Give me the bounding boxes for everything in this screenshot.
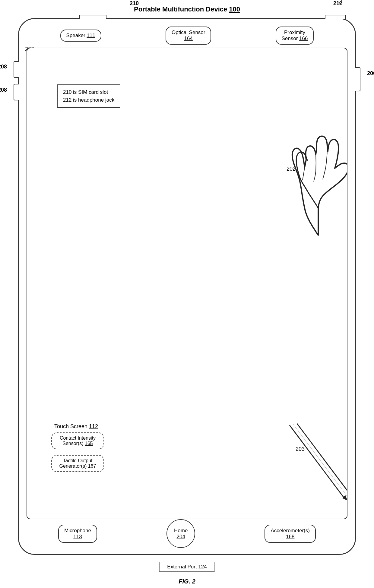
title-text: Portable Multifunction Device bbox=[134, 5, 229, 13]
side-button-left-bottom bbox=[14, 84, 19, 100]
side-button-left-top bbox=[14, 61, 19, 78]
page-container: Portable Multifunction Device 100 208 20… bbox=[0, 0, 374, 588]
hand-illustration bbox=[258, 130, 347, 238]
accelerometer-label: Accelerometer(s)168 bbox=[271, 528, 309, 539]
external-port-box: External Port 124 bbox=[159, 562, 214, 572]
contact-intensity-box: Contact IntensitySensor(s) 165 bbox=[51, 432, 104, 449]
main-title: Portable Multifunction Device 100 bbox=[134, 5, 240, 13]
tactile-output-ref: 167 bbox=[88, 463, 96, 469]
external-port-ref: 124 bbox=[198, 564, 207, 570]
microphone-ref: 113 bbox=[73, 534, 82, 539]
proximity-label: ProximitySensor 166 bbox=[282, 30, 308, 41]
top-connector-210: 210 bbox=[79, 15, 106, 19]
speaker-box: Speaker 111 bbox=[60, 30, 101, 42]
microphone-label: Microphone113 bbox=[64, 528, 91, 539]
ref-203: 203 bbox=[296, 446, 305, 452]
title-ref: 100 bbox=[229, 5, 240, 13]
tactile-output-box: Tactile OutputGenerator(s) 167 bbox=[51, 455, 104, 472]
home-button[interactable]: Home204 bbox=[166, 519, 195, 548]
svg-line-1 bbox=[297, 424, 347, 496]
fig-caption: FIG. 2 bbox=[179, 578, 195, 585]
accelerometer-box: Accelerometer(s)168 bbox=[265, 525, 315, 543]
figure-label: FIG. 2 bbox=[179, 578, 195, 585]
proximity-sensor-box: ProximitySensor 166 bbox=[276, 27, 314, 45]
accelerometer-ref: 168 bbox=[286, 534, 294, 539]
svg-line-0 bbox=[290, 425, 344, 498]
contact-intensity-ref: 165 bbox=[85, 441, 93, 446]
speaker-ref: 111 bbox=[87, 33, 95, 38]
top-label-210: 210 bbox=[130, 0, 139, 7]
touch-screen-label: Touch Screen 112 bbox=[54, 423, 98, 430]
side-label-208-top: 208 bbox=[0, 64, 7, 70]
tactile-output-label: Tactile OutputGenerator(s) 167 bbox=[59, 458, 96, 469]
optical-sensor-box: Optical Sensor164 bbox=[166, 27, 211, 45]
home-ref: 204 bbox=[177, 534, 185, 539]
annotation-line2: 212 is headphone jack bbox=[63, 96, 114, 104]
ref-202: 202 bbox=[287, 166, 296, 172]
external-port-area: External Port 124 bbox=[159, 562, 214, 573]
side-label-208-bottom: 208 bbox=[0, 87, 7, 93]
home-label: Home204 bbox=[174, 528, 188, 540]
optical-ref: 164 bbox=[184, 36, 193, 41]
proximity-ref: 166 bbox=[299, 36, 308, 41]
device-body: 208 208 206 210 212 ↙ Speaker 111 Optica… bbox=[18, 18, 356, 555]
title-arrow: ↙ bbox=[338, 0, 343, 5]
external-port-label: External Port bbox=[167, 564, 198, 570]
microphone-box: Microphone113 bbox=[58, 525, 97, 543]
screen-area: 210 is SIM card slot 212 is headphone ja… bbox=[27, 48, 347, 519]
optical-label: Optical Sensor164 bbox=[172, 30, 205, 41]
contact-intensity-label: Contact IntensitySensor(s) 165 bbox=[60, 435, 96, 446]
side-button-right bbox=[355, 67, 360, 91]
speaker-label: Speaker 111 bbox=[66, 33, 95, 38]
annotation-box: 210 is SIM card slot 212 is headphone ja… bbox=[57, 84, 120, 108]
top-sensor-area: Speaker 111 Optical Sensor164 ProximityS… bbox=[28, 27, 346, 45]
top-connector-212: 212 bbox=[325, 15, 346, 19]
annotation-line1: 210 is SIM card slot bbox=[63, 88, 114, 96]
stylus-illustration bbox=[280, 419, 347, 504]
bottom-section: Microphone113 Home204 Accelerometer(s)16… bbox=[24, 519, 350, 548]
svg-line-3 bbox=[293, 424, 347, 497]
side-label-206: 206 bbox=[367, 70, 374, 77]
